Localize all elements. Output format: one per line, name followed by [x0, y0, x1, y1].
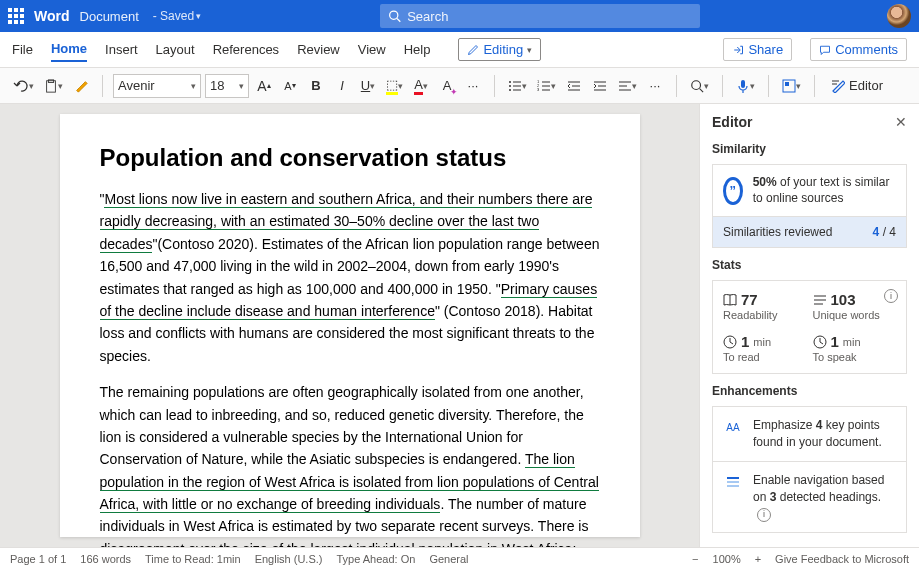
highlight-button[interactable]: ⬚▾	[383, 73, 406, 99]
tab-review[interactable]: Review	[297, 38, 340, 61]
enhancement-navigation[interactable]: Enable navigation based on 3 detected he…	[712, 461, 907, 533]
bold-button[interactable]: B	[305, 73, 327, 99]
clock-icon	[723, 335, 737, 349]
editor-icon	[831, 79, 845, 93]
more-paragraph-button[interactable]: ···	[644, 73, 666, 99]
app-name: Word	[34, 8, 70, 24]
avatar[interactable]	[887, 4, 911, 28]
info-icon[interactable]: i	[757, 508, 771, 522]
more-font-button[interactable]: ···	[462, 73, 484, 99]
paragraph-1: "Most lions now live in eastern and sout…	[100, 188, 600, 367]
paragraph-2: The remaining populations are often geog…	[100, 381, 600, 547]
designer-icon	[782, 79, 796, 93]
stat-to-read: 1min To read	[723, 333, 807, 363]
increase-indent-button[interactable]	[589, 73, 611, 99]
numbering-button[interactable]: 123▾	[534, 73, 559, 99]
document-name[interactable]: Document	[80, 9, 139, 24]
emphasize-icon: AA	[723, 417, 743, 437]
save-status[interactable]: - Saved▾	[153, 9, 201, 23]
svg-rect-27	[741, 80, 745, 88]
svg-line-1	[397, 18, 400, 21]
tab-view[interactable]: View	[358, 38, 386, 61]
pencil-icon	[467, 44, 479, 56]
tab-file[interactable]: File	[12, 38, 33, 61]
align-button[interactable]: ▾	[615, 73, 640, 99]
paste-button[interactable]: ▾	[41, 73, 66, 99]
zoom-in-button[interactable]: +	[751, 553, 765, 565]
outdent-icon	[567, 79, 581, 93]
enhancement-emphasize[interactable]: AA Emphasize 4 key points found in your …	[712, 406, 907, 462]
tab-home[interactable]: Home	[51, 37, 87, 62]
similarity-card[interactable]: ” 50% of your text is similar to online …	[712, 164, 907, 217]
grow-font-button[interactable]: A▴	[253, 73, 275, 99]
page-heading: Population and conservation status	[100, 144, 600, 172]
feedback-link[interactable]: Give Feedback to Microsoft	[775, 553, 909, 565]
clock-icon	[813, 335, 827, 349]
give-feedback-section[interactable]: Give feedback	[712, 546, 907, 547]
mic-icon	[736, 79, 750, 93]
editing-mode-button[interactable]: Editing▾	[458, 38, 541, 61]
undo-button[interactable]: ▾	[10, 73, 37, 99]
svg-point-6	[509, 89, 511, 91]
share-button[interactable]: Share	[723, 38, 792, 61]
zoom-level[interactable]: 100%	[713, 553, 741, 565]
ribbon-tabs: File Home Insert Layout References Revie…	[0, 32, 919, 68]
status-page[interactable]: Page 1 of 1	[10, 553, 66, 565]
numbering-icon: 123	[537, 79, 551, 93]
status-words[interactable]: 166 words	[80, 553, 131, 565]
stat-to-speak: 1min To speak	[813, 333, 897, 363]
similarities-reviewed-row[interactable]: Similarities reviewed 4 / 4	[712, 217, 907, 248]
reviewed-count: 4 / 4	[873, 225, 896, 239]
navigation-icon	[723, 472, 743, 492]
font-color-button[interactable]: A▾	[410, 73, 432, 99]
editor-button[interactable]: Editor	[825, 73, 889, 99]
brush-icon	[74, 79, 88, 93]
comments-button[interactable]: Comments	[810, 38, 907, 61]
list-icon	[813, 293, 827, 307]
quote-circle-icon: ”	[723, 177, 743, 205]
indent-icon	[593, 79, 607, 93]
svg-point-25	[692, 80, 701, 89]
svg-point-5	[509, 85, 511, 87]
status-language[interactable]: English (U.S.)	[255, 553, 323, 565]
status-time-to-read[interactable]: Time to Read: 1min	[145, 553, 241, 565]
comment-icon	[819, 44, 831, 56]
svg-point-0	[390, 11, 398, 19]
search-input[interactable]	[407, 9, 692, 24]
tab-help[interactable]: Help	[404, 38, 431, 61]
close-icon[interactable]: ✕	[895, 114, 907, 130]
decrease-indent-button[interactable]	[563, 73, 585, 99]
svg-text:3: 3	[537, 87, 540, 92]
align-left-icon	[618, 79, 632, 93]
document-canvas[interactable]: Population and conservation status "Most…	[0, 104, 699, 547]
svg-line-26	[700, 88, 704, 92]
shrink-font-button[interactable]: A▾	[279, 73, 301, 99]
similarity-section-title: Similarity	[712, 142, 907, 156]
status-type-ahead[interactable]: Type Ahead: On	[336, 553, 415, 565]
tab-layout[interactable]: Layout	[156, 38, 195, 61]
font-size-select[interactable]: 18▾	[205, 74, 249, 98]
zoom-out-button[interactable]: −	[688, 553, 702, 565]
search-icon	[690, 79, 704, 93]
bullets-button[interactable]: ▾	[505, 73, 530, 99]
title-bar: Word Document - Saved▾	[0, 0, 919, 32]
tab-references[interactable]: References	[213, 38, 279, 61]
underline-button[interactable]: U▾	[357, 73, 379, 99]
enhancements-section-title: Enhancements	[712, 384, 907, 398]
reviewed-label: Similarities reviewed	[723, 225, 832, 239]
search-box[interactable]	[380, 4, 700, 28]
dictate-button[interactable]: ▾	[733, 73, 758, 99]
share-icon	[732, 44, 744, 56]
document-page[interactable]: Population and conservation status "Most…	[60, 114, 640, 537]
tab-insert[interactable]: Insert	[105, 38, 138, 61]
designer-button[interactable]: ▾	[779, 73, 804, 99]
status-track[interactable]: General	[429, 553, 468, 565]
editor-pane-title: Editor	[712, 114, 752, 130]
font-select[interactable]: Avenir▾	[113, 74, 201, 98]
clear-format-button[interactable]: A✦	[436, 73, 458, 99]
format-painter-button[interactable]	[70, 73, 92, 99]
italic-button[interactable]: I	[331, 73, 353, 99]
app-launcher-icon[interactable]	[8, 8, 24, 24]
toolbar: ▾ ▾ Avenir▾ 18▾ A▴ A▾ B I U▾ ⬚▾ A▾ A✦ ··…	[0, 68, 919, 104]
find-button[interactable]: ▾	[687, 73, 712, 99]
